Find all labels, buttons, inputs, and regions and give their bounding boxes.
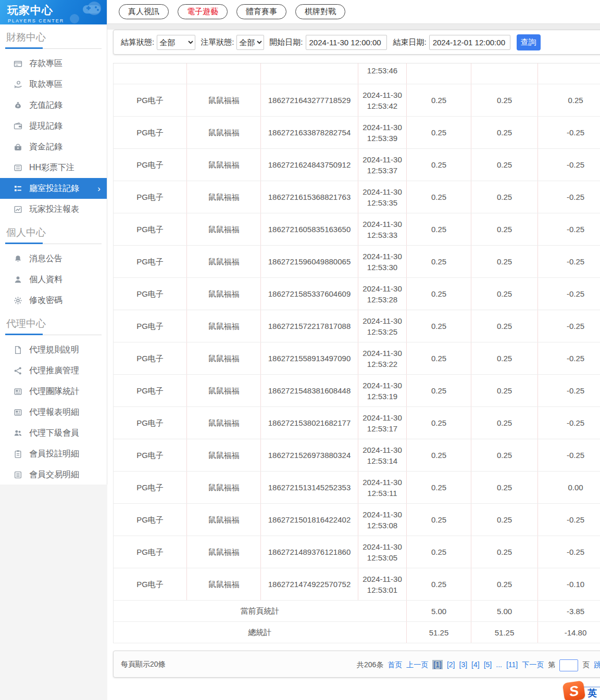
room-cell: 鼠鼠福福 <box>187 472 261 504</box>
page-link-11[interactable]: [11] <box>506 660 518 669</box>
sidebar-item-agent-rules[interactable]: 代理規則說明 <box>0 339 107 360</box>
sidebar-item-agent-sub-members[interactable]: 代理下級會員 <box>0 423 107 443</box>
room-cell: 鼠鼠福福 <box>187 342 261 375</box>
sidebar-item-recharge-records[interactable]: 充值記錄 <box>0 95 107 116</box>
sidebar-item-withdraw-records[interactable]: 提現記錄 <box>0 116 107 136</box>
table-row: PG电子鼠鼠福福18627216338782827542024-11-3012:… <box>114 117 600 149</box>
ime-toolbar: S 英 · <box>564 681 600 700</box>
order-id-cell: 1862721538021682177 <box>261 407 358 439</box>
sidebar-item-announcements[interactable]: 消息公告 <box>0 248 107 269</box>
page-next-link[interactable]: 下一页 <box>522 660 544 669</box>
valid-bet-cell: 0.25 <box>471 213 538 246</box>
page-link-2[interactable]: [2] <box>447 660 455 669</box>
platform-cell: PG电子 <box>114 310 187 342</box>
news-icon <box>14 387 22 396</box>
valid-bet-cell: 0.25 <box>471 149 538 181</box>
bet-cell: 0.25 <box>407 117 471 149</box>
platform-cell: PG电子 <box>114 472 187 504</box>
hand-money-icon <box>14 80 22 89</box>
order-status-select[interactable]: 全部 <box>236 35 264 50</box>
summary-label-cell: 當前頁統計 <box>114 601 407 622</box>
order-id-cell: 1862721624843750912 <box>261 149 358 181</box>
page-prev-link[interactable]: 上一页 <box>406 660 428 669</box>
section-divider <box>5 243 102 244</box>
page-link-3[interactable]: [3] <box>459 660 468 669</box>
summary-bet-cell: 5.00 <box>407 601 471 622</box>
time-cell: 2024-11-3012:53:22 <box>358 342 407 375</box>
table-row: PG电子鼠鼠福福18627215269738803242024-11-3012:… <box>114 439 600 472</box>
page-first-link[interactable]: 首页 <box>388 660 402 669</box>
money-bag-icon <box>14 101 22 110</box>
news-icon <box>14 408 22 417</box>
report-icon <box>14 205 22 214</box>
sidebar-item-agent-report-detail[interactable]: 代理報表明細 <box>0 402 107 423</box>
settle-status-select[interactable]: 全部 <box>157 35 195 50</box>
sidebar-item-room-bet-records[interactable]: 廳室投註記錄› <box>0 178 107 199</box>
sidebar-item-change-password[interactable]: 修改密碼 <box>0 290 107 311</box>
table-row-partial: 12:53:46 <box>114 63 600 84</box>
sidebar-item-hh-lottery-bets[interactable]: HH彩票下注 <box>0 157 107 178</box>
sidebar-item-fund-records[interactable]: 資金記錄 <box>0 136 107 157</box>
summary-valid-cell: 5.00 <box>471 601 538 622</box>
start-date-input[interactable] <box>306 35 387 50</box>
end-date-label: 結束日期: <box>393 37 427 47</box>
sidebar-item-profile[interactable]: 個人資料 <box>0 269 107 290</box>
sidebar-item-agent-promotion[interactable]: 代理推廣管理 <box>0 360 107 381</box>
bet-cell: 0.25 <box>407 504 471 536</box>
pagination-bar: 每頁顯示20條 共206条首页上一页[1][2][3][4][5]...[11]… <box>113 651 600 678</box>
start-date-label: 開始日期: <box>269 37 303 47</box>
settle-status-label: 結算狀態: <box>121 37 154 47</box>
page-link-4[interactable]: [4] <box>471 660 480 669</box>
tab-sports-events[interactable]: 體育賽事 <box>236 4 286 19</box>
time-cell: 2024-11-3012:53:39 <box>358 117 407 149</box>
ime-logo-icon[interactable]: S <box>562 680 586 700</box>
time-cell: 2024-11-3012:53:01 <box>358 568 407 601</box>
page-link-[interactable]: ... <box>496 660 502 669</box>
sidebar-item-label: 修改密碼 <box>29 295 63 306</box>
sidebar-item-withdraw-zone[interactable]: 取款專區 <box>0 74 107 95</box>
room-cell: 鼠鼠福福 <box>187 117 261 149</box>
winloss-cell: -0.25 <box>538 310 600 342</box>
sidebar-item-label: 代理推廣管理 <box>29 365 79 376</box>
order-id-cell: 1862721633878282754 <box>261 117 358 149</box>
order-id-cell: 1862721474922570752 <box>261 568 358 601</box>
time-cell: 2024-11-3012:53:14 <box>358 439 407 472</box>
tab-electronic-games[interactable]: 電子遊藝 <box>178 4 228 19</box>
platform-cell: PG电子 <box>114 439 187 472</box>
jump-suffix-label: 页 <box>582 660 590 669</box>
order-id-cell: 1862721605835163650 <box>261 213 358 246</box>
table-row: PG电子鼠鼠福福18627215483816084482024-11-3012:… <box>114 375 600 407</box>
valid-bet-cell: 0.25 <box>471 472 538 504</box>
order-id-cell: 1862721526973880324 <box>261 439 358 472</box>
winloss-cell: -0.25 <box>538 342 600 375</box>
tab-live-video[interactable]: 真人視訊 <box>119 4 169 19</box>
tab-board-card-battle[interactable]: 棋牌對戰 <box>295 4 345 19</box>
sidebar-item-player-bet-report[interactable]: 玩家投注報表 <box>0 199 107 220</box>
sidebar-item-deposit-zone[interactable]: 存款專區 <box>0 53 107 74</box>
ime-lang-indicator[interactable]: 英 <box>588 687 597 699</box>
bet-cell: 0.25 <box>407 439 471 472</box>
sidebar-item-member-trans-detail[interactable]: 會員交易明細 <box>0 464 107 485</box>
page-jump-input[interactable] <box>559 659 578 671</box>
query-button[interactable]: 查詢 <box>517 34 541 50</box>
page-link-5[interactable]: [5] <box>484 660 492 669</box>
time-cell: 2024-11-3012:53:08 <box>358 504 407 536</box>
sidebar-item-member-bet-detail[interactable]: 會員投註明細 <box>0 443 107 464</box>
platform-cell <box>114 63 187 84</box>
time-cell: 12:53:46 <box>358 63 407 84</box>
table-row: PG电子鼠鼠福福18627216153688217632024-11-3012:… <box>114 181 600 213</box>
table-row: PG电子鼠鼠福福18627216058351636502024-11-3012:… <box>114 213 600 246</box>
bet-cell: 0.25 <box>407 246 471 278</box>
winloss-cell: -0.25 <box>538 407 600 439</box>
sidebar-item-label: 取款專區 <box>29 79 63 90</box>
end-date-input[interactable] <box>429 35 510 50</box>
time-cell: 2024-11-3012:53:11 <box>358 472 407 504</box>
document-icon <box>14 346 22 354</box>
sidebar-item-label: 資金記錄 <box>29 142 63 152</box>
winloss-cell: -0.25 <box>538 439 600 472</box>
winloss-cell: -0.25 <box>538 504 600 536</box>
page-jump-button[interactable]: 跳转 <box>594 660 600 669</box>
room-cell: 鼠鼠福福 <box>187 149 261 181</box>
sidebar-item-agent-team-stats[interactable]: 代理團隊統計 <box>0 381 107 402</box>
page-link-1[interactable]: [1] <box>432 660 443 669</box>
